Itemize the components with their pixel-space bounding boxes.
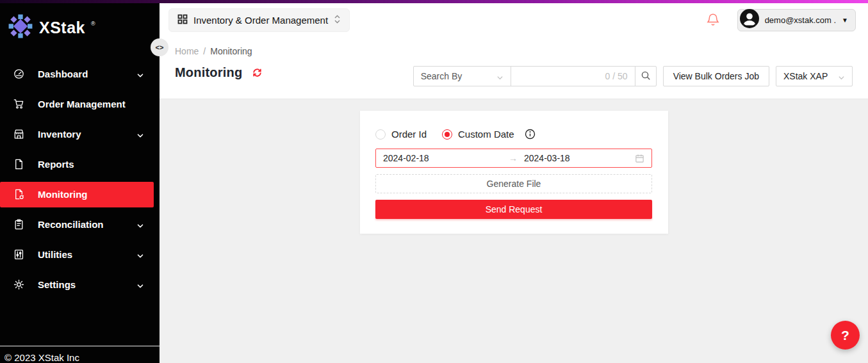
chevron-down-icon bbox=[136, 221, 144, 229]
sidebar-item-reconciliation[interactable]: Reconciliation bbox=[0, 209, 160, 239]
page-header: Home/Monitoring Monitoring Search By bbox=[160, 36, 868, 99]
app-switcher-button[interactable]: Inventory & Order Management bbox=[168, 8, 350, 32]
app-switcher-label: Inventory & Order Management bbox=[193, 15, 328, 26]
search-char-count: 0 / 50 bbox=[605, 71, 628, 81]
radio-order-id-label: Order Id bbox=[391, 129, 427, 140]
breadcrumb-home-link[interactable]: Home bbox=[175, 46, 199, 56]
avatar bbox=[740, 9, 759, 31]
send-request-button[interactable]: Send Request bbox=[375, 200, 652, 219]
sidebar-item-order-management[interactable]: Order Management bbox=[0, 89, 160, 119]
monitoring-icon bbox=[13, 189, 24, 200]
radio-order-id[interactable]: Order Id bbox=[375, 129, 427, 140]
sidebar-item-monitoring[interactable]: Monitoring bbox=[0, 182, 154, 207]
sidebar-item-settings[interactable]: Settings bbox=[0, 270, 160, 300]
settings-icon bbox=[13, 279, 24, 290]
sidebar: XStak ® Dashboard Order Management Inven… bbox=[0, 0, 160, 363]
sidebar-footer: © 2023 XStak Inc bbox=[0, 346, 160, 363]
sidebar-item-dashboard[interactable]: Dashboard bbox=[0, 59, 160, 89]
main-area: Inventory & Order Management bbox=[160, 0, 868, 363]
breadcrumb: Home/Monitoring bbox=[175, 46, 252, 56]
order-management-icon bbox=[13, 99, 24, 109]
brand-name: XStak bbox=[39, 19, 85, 37]
brand-logo: XStak ® bbox=[0, 0, 160, 42]
radio-custom-date[interactable]: Custom Date bbox=[442, 129, 514, 140]
search-button[interactable] bbox=[635, 66, 657, 86]
page-content: Order Id Custom Date 2024-02-18 bbox=[160, 100, 868, 363]
chevron-down-icon bbox=[838, 73, 845, 80]
user-email: demo@xstak.com . bbox=[765, 15, 836, 25]
title-row: Monitoring bbox=[175, 65, 263, 80]
sidebar-item-reports[interactable]: Reports bbox=[0, 149, 160, 179]
radio-custom-date-label: Custom Date bbox=[458, 129, 514, 140]
search-by-select[interactable]: Search By bbox=[413, 66, 511, 86]
chevron-down-icon bbox=[136, 251, 144, 259]
date-end-value[interactable]: 2024-03-18 bbox=[524, 153, 635, 163]
xstak-logo-icon bbox=[8, 13, 33, 42]
calendar-icon bbox=[635, 154, 644, 163]
radio-circle-checked bbox=[442, 129, 452, 140]
sidebar-nav: Dashboard Order Management Inventory Rep… bbox=[0, 59, 160, 300]
search-icon bbox=[641, 70, 651, 83]
top-navbar: Inventory & Order Management bbox=[160, 3, 868, 36]
chevron-down-icon bbox=[136, 131, 144, 138]
app-root: XStak ® Dashboard Order Management Inven… bbox=[0, 0, 868, 363]
copyright-text: © 2023 XStak Inc bbox=[4, 352, 79, 363]
reports-icon bbox=[13, 159, 24, 170]
arrow-right-icon: → bbox=[509, 153, 524, 163]
dashboard-icon bbox=[13, 69, 24, 79]
sidebar-item-inventory[interactable]: Inventory bbox=[0, 119, 160, 149]
search-input[interactable] bbox=[518, 71, 605, 81]
xap-select-label: XStak XAP bbox=[783, 71, 828, 81]
date-range-picker[interactable]: 2024-02-18 → 2024-03-18 bbox=[375, 149, 652, 168]
grid-icon bbox=[177, 14, 188, 26]
inventory-icon bbox=[13, 129, 24, 140]
breadcrumb-current: Monitoring bbox=[210, 46, 252, 56]
notifications-bell-icon[interactable] bbox=[706, 12, 720, 28]
help-button[interactable]: ? bbox=[831, 321, 860, 350]
generate-file-button[interactable]: Generate File bbox=[375, 174, 652, 193]
chevron-down-icon bbox=[136, 281, 144, 289]
chevron-down-icon bbox=[496, 73, 504, 80]
date-start-value[interactable]: 2024-02-18 bbox=[383, 153, 509, 163]
utilities-icon bbox=[13, 249, 24, 260]
search-mode-radio-group: Order Id Custom Date bbox=[375, 129, 653, 140]
search-field: 0 / 50 bbox=[511, 66, 635, 86]
sidebar-item-utilities[interactable]: Utilities bbox=[0, 239, 160, 270]
info-icon[interactable] bbox=[525, 129, 536, 140]
xap-select[interactable]: XStak XAP bbox=[776, 66, 853, 86]
radio-circle-unchecked bbox=[375, 129, 386, 140]
caret-down-icon: ▼ bbox=[842, 17, 848, 24]
collapse-icon: <> bbox=[156, 44, 164, 51]
reconciliation-icon bbox=[13, 219, 24, 230]
top-gradient-bar bbox=[0, 0, 868, 3]
page-title: Monitoring bbox=[175, 65, 242, 80]
monitoring-form-card: Order Id Custom Date 2024-02-18 bbox=[360, 111, 668, 234]
chevron-down-icon bbox=[136, 70, 144, 78]
up-down-caret-icon bbox=[334, 15, 341, 26]
refresh-icon[interactable] bbox=[252, 67, 263, 78]
user-menu[interactable]: demo@xstak.com . ▼ bbox=[737, 9, 856, 31]
view-bulk-orders-job-button[interactable]: View Bulk Orders Job bbox=[663, 66, 769, 86]
toolbar: Search By 0 / 50 View Bulk O bbox=[413, 66, 853, 86]
sidebar-collapse-button[interactable]: <> bbox=[151, 38, 168, 56]
breadcrumb-separator: / bbox=[203, 46, 206, 56]
brand-trademark: ® bbox=[91, 20, 95, 27]
search-by-label: Search By bbox=[421, 71, 463, 81]
topbar-right: demo@xstak.com . ▼ bbox=[706, 9, 856, 31]
